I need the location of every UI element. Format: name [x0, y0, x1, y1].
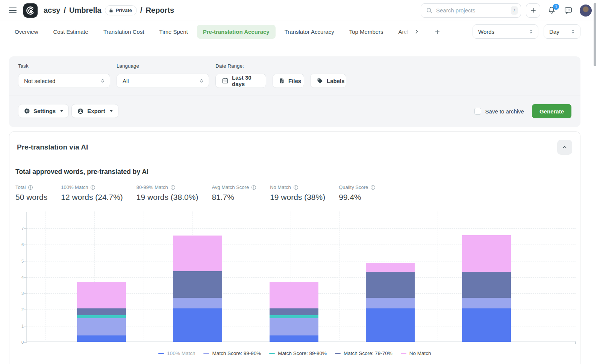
- y-axis-tick-label: 5: [15, 258, 24, 264]
- v-gridline: [438, 211, 438, 342]
- labels-filter-button[interactable]: Labels: [310, 74, 346, 88]
- legend-label: No Match: [409, 350, 431, 356]
- legend-item-match-score-79-70[interactable]: Match Score: 79-70%: [335, 350, 392, 356]
- stat-label-text: Quality Score: [339, 184, 368, 190]
- save-to-archive-checkbox[interactable]: [474, 108, 481, 115]
- stat-label: Avg Match Score: [212, 184, 256, 190]
- breadcrumb-page: Reports: [146, 6, 174, 15]
- tab-label: Overview: [15, 29, 38, 35]
- info-icon[interactable]: [293, 185, 298, 190]
- messages-button[interactable]: [564, 6, 573, 15]
- task-select[interactable]: Not selected: [18, 74, 110, 88]
- chart-section-title: Total approved words, pre-translated by …: [15, 168, 148, 176]
- language-select-value: All: [123, 78, 129, 84]
- legend-label: 100% Match: [167, 350, 195, 356]
- language-select[interactable]: All: [117, 74, 209, 88]
- page-scrollbar[interactable]: [594, 3, 596, 66]
- save-to-archive-label: Save to archive: [485, 108, 524, 115]
- filters-divider: [9, 95, 580, 95]
- tab-arch[interactable]: Arch: [392, 25, 411, 39]
- breadcrumb-org[interactable]: acsy: [44, 6, 61, 15]
- legend-label: Match Score: 79-70%: [344, 350, 392, 356]
- legend-swatch: [203, 353, 209, 354]
- updown-arrows-icon: [528, 29, 533, 34]
- avatar[interactable]: [580, 5, 592, 17]
- privacy-badge: Private: [105, 5, 137, 15]
- h-gridline: [27, 326, 576, 326]
- bar-segment-match-score-99-90: [366, 298, 415, 308]
- tab-label: Top Members: [349, 29, 383, 35]
- tab-top-members[interactable]: Top Members: [343, 25, 389, 39]
- header-actions: / 1: [421, 3, 592, 18]
- stat-value: 19 words (38.0%): [136, 193, 198, 202]
- app-logo[interactable]: [23, 3, 38, 18]
- legend-item-no-match[interactable]: No Match: [401, 350, 431, 356]
- stat-label-text: Total: [15, 184, 26, 190]
- lock-icon: [109, 8, 114, 13]
- bar-segment-match-score-89-80: [77, 315, 126, 319]
- period-select[interactable]: Day: [544, 24, 580, 39]
- tab-label: Pre-translation Accuracy: [203, 29, 270, 35]
- tab-list: OverviewCost EstimateTranslation CostTim…: [9, 25, 411, 39]
- add-report-tab-button[interactable]: [432, 26, 443, 37]
- y-axis-tick-label: 3: [15, 291, 24, 296]
- x-axis-end-tick: [575, 341, 576, 344]
- search-box[interactable]: /: [421, 3, 521, 18]
- tabs-overflow-chevron-right[interactable]: [411, 26, 422, 37]
- settings-button[interactable]: Settings: [18, 104, 69, 118]
- info-icon[interactable]: [251, 185, 256, 190]
- bar-segment-match-score-99-90: [173, 298, 222, 308]
- tab-label: Time Spent: [159, 29, 188, 35]
- bar-segment-100-match: [173, 308, 222, 342]
- stat-no-match: No Match19 words (38%): [270, 184, 325, 202]
- search-input[interactable]: [436, 7, 511, 14]
- create-new-button[interactable]: [526, 3, 540, 18]
- legend-item-match-score-99-90[interactable]: Match Score: 99-90%: [203, 350, 261, 356]
- tab-pre-translation-accuracy[interactable]: Pre-translation Accuracy: [197, 25, 276, 39]
- unit-select[interactable]: Words: [473, 24, 538, 39]
- info-icon[interactable]: [370, 185, 376, 190]
- bar-column-4: [366, 211, 415, 342]
- y-axis-tick: [24, 228, 27, 229]
- y-axis-tick: [24, 326, 27, 326]
- info-icon[interactable]: [28, 185, 33, 190]
- tab-translation-cost[interactable]: Translation Cost: [97, 25, 150, 39]
- notifications-button[interactable]: 1: [547, 6, 556, 15]
- info-icon[interactable]: [90, 185, 95, 190]
- bar-segment-match-score-99-90: [77, 318, 126, 335]
- download-icon: [77, 108, 84, 115]
- updown-arrows-icon: [100, 78, 105, 83]
- menu-icon[interactable]: [9, 8, 17, 14]
- stat-avg-match-score: Avg Match Score81.7%: [212, 184, 256, 202]
- files-filter-button[interactable]: Files: [273, 74, 304, 88]
- tab-time-spent[interactable]: Time Spent: [153, 25, 194, 39]
- pretranslation-report-card: Pre-translation via AI Total approved wo…: [9, 131, 580, 364]
- settings-button-label: Settings: [33, 108, 56, 114]
- export-button[interactable]: Export: [71, 104, 118, 118]
- filters-actions-left: Settings Export: [18, 104, 118, 118]
- stat-value: 50 words: [15, 193, 47, 202]
- legend-item-match-score-89-80[interactable]: Match Score: 89-80%: [269, 350, 327, 356]
- stat-label-text: No Match: [270, 184, 291, 190]
- legend-label: Match Score: 89-80%: [278, 350, 327, 356]
- legend-swatch: [158, 353, 164, 354]
- bar-segment-match-score-89-80: [270, 315, 318, 319]
- info-icon[interactable]: [170, 185, 176, 190]
- plus-icon: [530, 7, 537, 14]
- date-range-button[interactable]: Last 30 days: [215, 74, 266, 88]
- legend-item-100-match[interactable]: 100% Match: [158, 350, 195, 356]
- chat-icon: [564, 6, 573, 15]
- v-gridline: [291, 211, 291, 342]
- tab-cost-estimate[interactable]: Cost Estimate: [47, 25, 94, 39]
- report-filters-panel: Task Language Date Range: Not selected A…: [9, 56, 580, 127]
- breadcrumb-project[interactable]: Umbrella: [69, 6, 102, 15]
- tab-label: Translation Cost: [103, 29, 144, 35]
- tab-overview[interactable]: Overview: [9, 25, 44, 39]
- v-gridline: [45, 211, 46, 342]
- stat-label: Total: [15, 184, 47, 190]
- collapse-card-button[interactable]: [557, 140, 572, 155]
- tab-translator-accuracy[interactable]: Translator Accuracy: [279, 25, 340, 39]
- v-gridline: [487, 211, 487, 342]
- files-filter-label: Files: [288, 78, 301, 84]
- generate-button[interactable]: Generate: [532, 104, 571, 118]
